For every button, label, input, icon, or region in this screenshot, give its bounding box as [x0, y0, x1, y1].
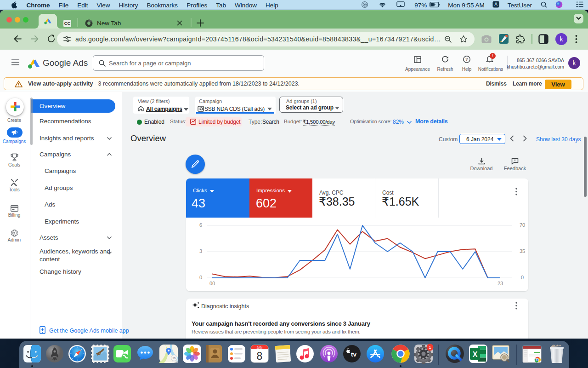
- svg-text:X: X: [473, 351, 478, 358]
- svg-text:JAN: JAN: [257, 346, 263, 349]
- svg-text:?: ?: [465, 57, 468, 62]
- svg-text:A: A: [494, 2, 498, 7]
- svg-text:tv: tv: [351, 351, 356, 358]
- svg-text:8: 8: [257, 350, 263, 362]
- svg-text:3D: 3D: [172, 357, 175, 360]
- svg-text:1: 1: [429, 345, 431, 350]
